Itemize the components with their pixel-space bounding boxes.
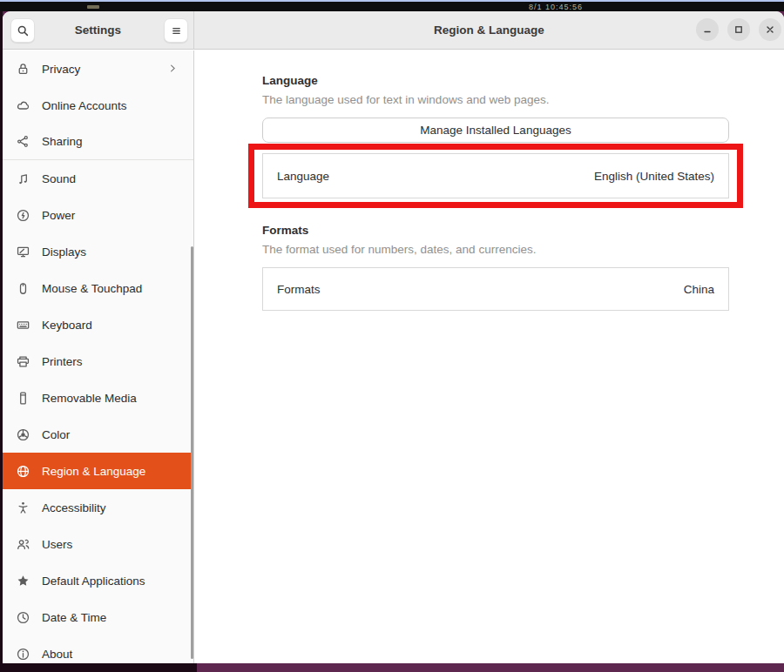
globe-icon xyxy=(16,464,30,479)
power-icon xyxy=(16,208,30,223)
sidebar-item-accessibility[interactable]: Accessibility xyxy=(3,489,193,526)
sidebar-item-printers[interactable]: Printers xyxy=(3,343,193,380)
page-title: Region & Language xyxy=(434,24,544,37)
users-icon xyxy=(16,537,30,552)
clock-icon xyxy=(16,610,30,625)
minimize-button[interactable] xyxy=(696,18,719,41)
cloud-icon xyxy=(16,98,30,113)
accessibility-icon xyxy=(16,501,30,515)
maximize-icon xyxy=(732,23,746,37)
printer-icon xyxy=(16,354,30,369)
sidebar-item-mouse-touchpad[interactable]: Mouse & Touchpad xyxy=(3,270,193,306)
search-button[interactable] xyxy=(10,18,35,43)
window-header: Settings Region & Language xyxy=(3,11,784,50)
formats-section-title: Formats xyxy=(262,224,729,237)
lock-icon xyxy=(16,62,30,77)
formats-row-value: China xyxy=(684,283,714,296)
settings-sidebar: Privacy Online Accounts Sharing Sound Po… xyxy=(3,50,194,663)
header-content-section: Region & Language xyxy=(194,11,784,49)
header-sidebar-section: Settings xyxy=(3,11,194,49)
formats-row-label: Formats xyxy=(277,283,321,296)
share-icon xyxy=(16,134,30,149)
sidebar-item-removable-media[interactable]: Removable Media xyxy=(3,380,193,416)
menu-button[interactable] xyxy=(164,18,188,43)
top-bar-clock: 8/1 10:45:56 xyxy=(529,3,583,11)
maximize-button[interactable] xyxy=(727,18,750,41)
minimize-icon xyxy=(700,23,714,37)
sidebar-item-sound[interactable]: Sound xyxy=(3,160,193,197)
info-icon xyxy=(16,647,30,662)
hamburger-icon xyxy=(169,24,184,38)
search-icon xyxy=(16,24,30,38)
region-language-panel: Language The language used for text in w… xyxy=(195,50,784,663)
desktop-top-bar: 8/1 10:45:56 xyxy=(0,0,784,11)
sidebar-title: Settings xyxy=(75,24,121,37)
sidebar-item-date-time[interactable]: Date & Time xyxy=(3,599,193,635)
close-icon xyxy=(763,23,777,37)
formats-row[interactable]: Formats China xyxy=(262,267,729,311)
display-icon xyxy=(16,245,30,259)
color-wheel-icon xyxy=(16,427,30,442)
red-annotation-box: Language English (United States) xyxy=(248,144,743,208)
desktop-bottom-strip xyxy=(0,663,784,672)
keyboard-icon xyxy=(16,318,30,333)
sidebar-item-color[interactable]: Color xyxy=(3,416,193,453)
sidebar-item-online-accounts[interactable]: Online Accounts xyxy=(3,87,193,124)
sidebar-item-privacy[interactable]: Privacy xyxy=(3,50,193,87)
star-icon xyxy=(16,574,30,588)
language-section-title: Language xyxy=(262,74,729,87)
sidebar-scrollbar[interactable] xyxy=(191,246,193,659)
formats-section-description: The format used for numbers, dates, and … xyxy=(262,243,729,256)
desktop-bottom-strip-dark xyxy=(0,663,197,672)
sidebar-item-power[interactable]: Power xyxy=(3,197,193,233)
settings-window: Settings Region & Language xyxy=(3,11,784,663)
window-controls xyxy=(696,18,781,41)
removable-media-icon xyxy=(16,391,30,406)
sidebar-item-keyboard[interactable]: Keyboard xyxy=(3,306,193,343)
language-row-label: Language xyxy=(277,170,329,183)
sidebar-item-region-language[interactable]: Region & Language xyxy=(3,453,193,489)
chevron-right-icon xyxy=(166,62,181,77)
sound-icon xyxy=(16,171,30,186)
language-row[interactable]: Language English (United States) xyxy=(262,153,729,198)
sidebar-item-sharing[interactable]: Sharing xyxy=(3,124,193,160)
mouse-icon xyxy=(16,281,30,296)
language-row-value: English (United States) xyxy=(594,170,714,183)
manage-installed-languages-button[interactable]: Manage Installed Languages xyxy=(262,118,729,143)
top-bar-highlight-line xyxy=(0,0,784,2)
language-section-description: The language used for text in windows an… xyxy=(262,93,729,106)
close-button[interactable] xyxy=(759,18,781,41)
sidebar-item-default-applications[interactable]: Default Applications xyxy=(3,562,193,599)
sidebar-item-displays[interactable]: Displays xyxy=(3,233,193,270)
sidebar-item-users[interactable]: Users xyxy=(3,526,193,562)
sidebar-item-about[interactable]: About xyxy=(3,635,193,663)
top-bar-icon-fragment xyxy=(87,5,99,9)
